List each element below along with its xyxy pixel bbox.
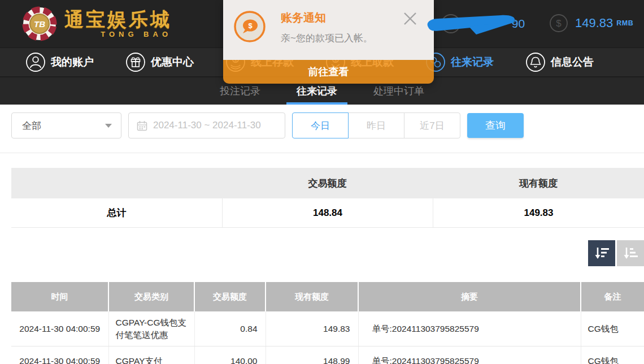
cell-time: 2024-11-30 04:00:59 [11, 311, 108, 346]
quick-today-button[interactable]: 今日 [292, 112, 349, 138]
sort-descending-icon [594, 246, 610, 260]
date-range-value: 2024-11-30 ~ 2024-11-30 [153, 120, 261, 131]
type-select-value: 全部 [22, 119, 41, 132]
summary-total-trade: 148.84 [222, 198, 433, 227]
user-account[interactable]: che90 [441, 14, 525, 34]
cell-current-amount: 148.99 [266, 346, 358, 364]
quick-date-group: 今日 昨日 近7日 [292, 112, 460, 138]
username: che90 [468, 17, 525, 31]
type-select[interactable]: 全部 [11, 112, 121, 138]
nav-item-transactions[interactable]: 往来记录 [425, 52, 494, 72]
svg-text:TB: TB [34, 19, 45, 29]
brand-name: 通宝娱乐城 [64, 10, 172, 29]
col-header-summary: 摘要 [358, 282, 581, 311]
sort-descending-button[interactable] [588, 240, 615, 266]
quick-last7days-button[interactable]: 近7日 [404, 112, 460, 138]
user-icon [25, 52, 46, 72]
summary-total-row: 总计 148.84 149.83 [11, 198, 644, 228]
toast-action-button[interactable]: 前往查看 [223, 60, 434, 84]
bell-icon [525, 52, 546, 72]
chevron-down-icon [105, 124, 112, 128]
sort-ascending-button[interactable] [617, 240, 644, 266]
section-divider [0, 153, 644, 153]
summary-header-row: 交易额度 现有额度 [11, 168, 644, 198]
records-table: 时间 交易类别 交易额度 现有额度 摘要 备注 2024-11-30 04:00… [11, 282, 644, 364]
table-row: 2024-11-30 04:00:59 CGPAY支付 140.00 148.9… [11, 346, 644, 364]
calendar-icon [137, 120, 147, 131]
filter-bar: 全部 2024-11-30 ~ 2024-11-30 今日 昨日 近7日 查询 [11, 112, 633, 138]
gift-icon [125, 52, 146, 72]
nav-label: 我的账户 [51, 55, 94, 70]
username-visible-start: che [468, 17, 487, 31]
toast-title: 账务通知 [281, 10, 326, 25]
summary-header-trade-amount: 交易额度 [222, 168, 433, 198]
date-range-input[interactable]: 2024-11-30 ~ 2024-11-30 [128, 112, 285, 138]
cell-remark: CG钱包 [581, 346, 644, 364]
col-header-type: 交易类别 [108, 282, 194, 311]
col-header-remark: 备注 [581, 282, 644, 311]
sort-ascending-icon [623, 246, 638, 260]
query-button[interactable]: 查询 [467, 113, 524, 138]
brand-text: 通宝娱乐城 TONG BAO [64, 10, 172, 38]
brand-latin: TONG BAO [64, 30, 172, 38]
balance-amount: 149.83 [575, 16, 613, 31]
toast-body: $ 账务通知 亲~您的款项已入帐。 [223, 0, 434, 60]
balance-currency: RMB [616, 19, 633, 27]
svg-text:$: $ [248, 21, 253, 30]
sort-controls [0, 240, 644, 266]
user-avatar-icon [441, 14, 461, 34]
dollar-circle-icon: $ [549, 14, 568, 33]
summary-header-empty [11, 168, 222, 198]
cell-trade-amount: 0.84 [194, 311, 266, 346]
nav-label: 往来记录 [451, 55, 494, 70]
cell-summary: 单号:202411303795825579 [358, 311, 581, 346]
summary-table: 交易额度 现有额度 总计 148.84 149.83 [11, 168, 644, 228]
cell-time: 2024-11-30 04:00:59 [11, 346, 108, 364]
nav-item-announcements[interactable]: 信息公告 [525, 52, 594, 72]
quick-yesterday-button[interactable]: 昨日 [348, 112, 404, 138]
table-row: 2024-11-30 04:00:59 CGPAY-CG钱包支付笔笔送优惠 0.… [11, 311, 644, 346]
summary-header-current-amount: 现有额度 [433, 168, 644, 198]
toast-message: 亲~您的款项已入帐。 [281, 32, 373, 45]
nav-label: 信息公告 [551, 55, 594, 70]
cell-current-amount: 149.83 [266, 311, 358, 346]
balance: $ 149.83 RMB [549, 14, 633, 33]
summary-total-balance: 149.83 [433, 198, 644, 227]
cell-type: CGPAY支付 [108, 346, 194, 364]
nav-label: 优惠中心 [151, 55, 194, 70]
username-hidden-part [487, 17, 512, 31]
col-header-trade-amount: 交易额度 [194, 282, 266, 311]
toast-action-label: 前往查看 [308, 65, 349, 79]
cell-summary: 单号:202411303795825579 [358, 346, 581, 364]
nav-item-promotions[interactable]: 优惠中心 [125, 52, 194, 72]
col-header-current-amount: 现有额度 [266, 282, 358, 311]
cell-type: CGPAY-CG钱包支付笔笔送优惠 [108, 311, 194, 346]
cell-remark: CG钱包 [581, 311, 644, 346]
nav-item-my-account[interactable]: 我的账户 [25, 52, 94, 72]
close-icon[interactable] [401, 10, 419, 28]
money-notice-icon: $ [233, 10, 266, 43]
brand-logo[interactable]: TB 通宝娱乐城 TONG BAO [21, 6, 172, 42]
page: TB 通宝娱乐城 TONG BAO che90 $ 149.83 RMB [0, 0, 644, 364]
svg-text:$: $ [556, 18, 562, 29]
cell-trade-amount: 140.00 [194, 346, 266, 364]
notification-toast: $ 账务通知 亲~您的款项已入帐。 前往查看 [223, 0, 434, 84]
poker-chip-icon: TB [21, 6, 58, 42]
col-header-time: 时间 [11, 282, 108, 311]
records-header-row: 时间 交易类别 交易额度 现有额度 摘要 备注 [11, 282, 644, 311]
username-visible-end: 90 [512, 17, 525, 31]
summary-total-label: 总计 [11, 198, 222, 227]
